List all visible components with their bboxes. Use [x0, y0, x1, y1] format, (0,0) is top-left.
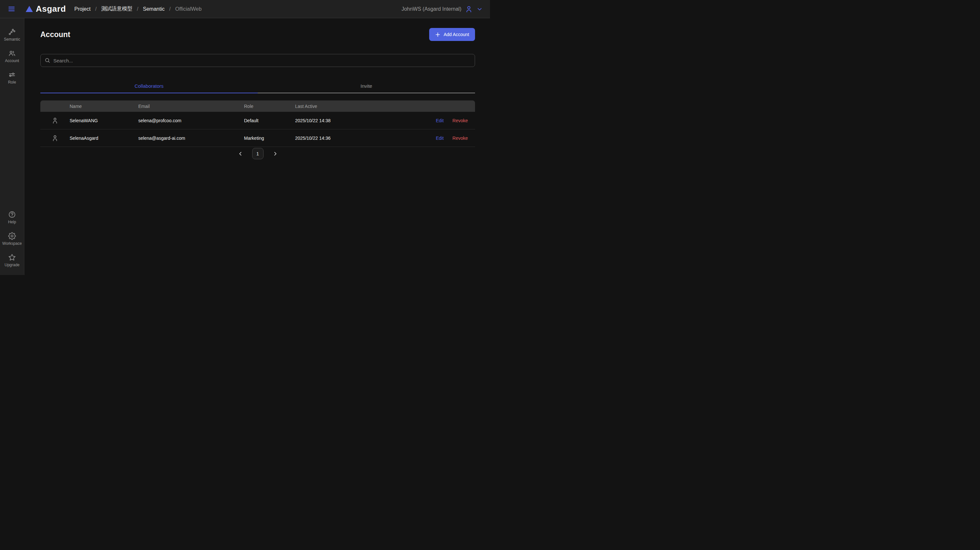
sidebar-top-group: Semantic Account Role: [0, 25, 24, 90]
app-root: Asgard Project / 測試語意模型 / Semantic / Off…: [0, 0, 490, 275]
column-header-name: Name: [70, 104, 138, 109]
edit-link[interactable]: Edit: [436, 118, 444, 123]
tabs: Collaborators Invite: [40, 80, 475, 93]
page-header: Account Add Account: [40, 28, 475, 41]
cell-role: Marketing: [244, 136, 295, 141]
table-row: SelenaWANG selena@profcoo.com Default 20…: [40, 112, 475, 129]
app-logo[interactable]: Asgard: [26, 4, 66, 14]
breadcrumb: Project / 測試語意模型 / Semantic / OfficialWe…: [75, 6, 202, 12]
breadcrumb-separator: /: [169, 6, 170, 12]
sidebar-item-label: Help: [8, 220, 16, 224]
sidebar-item-label: Workspace: [2, 241, 22, 246]
cell-last-active: 2025/10/22 14:38: [295, 118, 421, 123]
people-icon: [8, 49, 16, 57]
plus-icon: [435, 32, 441, 37]
main-content: Account Add Account Collaborators Invite…: [24, 18, 490, 275]
breadcrumb-item-model[interactable]: 測試語意模型: [101, 6, 132, 12]
breadcrumb-item-officialweb: OfficialWeb: [175, 6, 201, 12]
breadcrumb-item-semantic[interactable]: Semantic: [143, 6, 165, 12]
tab-invite[interactable]: Invite: [258, 80, 475, 93]
add-account-button[interactable]: Add Account: [429, 28, 475, 41]
breadcrumb-item-project[interactable]: Project: [75, 6, 91, 12]
user-avatar-icon: [40, 117, 70, 125]
cell-email: selena@asgard-ai.com: [138, 136, 244, 141]
logo-text: Asgard: [36, 4, 66, 14]
column-header-last-active: Last Active: [295, 104, 421, 109]
sidebar-item-workspace[interactable]: Workspace: [0, 230, 24, 248]
sidebar-item-label: Role: [8, 80, 16, 84]
table-row: SelenaAsgard selena@asgard-ai.com Market…: [40, 129, 475, 147]
chevron-right-icon[interactable]: [271, 150, 279, 158]
cell-actions: Edit Revoke: [421, 136, 475, 141]
sidebar-item-semantic[interactable]: Semantic: [0, 25, 24, 44]
sidebar-item-label: Semantic: [4, 37, 20, 41]
sidebar-item-label: Upgrade: [5, 263, 19, 267]
triangle-logo-icon: [26, 6, 33, 12]
sidebar-item-label: Account: [5, 59, 19, 63]
user-avatar-icon[interactable]: [465, 5, 473, 13]
hamburger-menu-icon[interactable]: [8, 5, 15, 13]
cell-actions: Edit Revoke: [421, 118, 475, 123]
sidebar-bottom-group: Help Workspace Upgrade: [0, 208, 24, 273]
graph-icon: [8, 28, 16, 36]
accounts-table: Name Email Role Last Active SelenaWANG s…: [40, 100, 475, 147]
cell-name: SelenaAsgard: [70, 136, 138, 141]
search-input[interactable]: [53, 58, 471, 63]
cell-email: selena@profcoo.com: [138, 118, 244, 123]
pagination: 1: [40, 148, 475, 159]
chevron-left-icon[interactable]: [237, 150, 244, 158]
revoke-link[interactable]: Revoke: [453, 136, 468, 141]
edit-link[interactable]: Edit: [436, 136, 444, 141]
sidebar-item-upgrade[interactable]: Upgrade: [0, 251, 24, 270]
sidebar-item-role[interactable]: Role: [0, 68, 24, 87]
column-header-email: Email: [138, 104, 244, 109]
page-number[interactable]: 1: [252, 148, 264, 159]
sidebar-item-account[interactable]: Account: [0, 47, 24, 66]
breadcrumb-separator: /: [95, 6, 96, 12]
tab-collaborators[interactable]: Collaborators: [40, 80, 258, 93]
sliders-icon: [8, 71, 16, 79]
cell-name: SelenaWANG: [70, 118, 138, 123]
topbar-user-area: JohnWS (Asgard Internal): [401, 5, 483, 13]
chevron-down-icon[interactable]: [476, 6, 483, 12]
table-header-row: Name Email Role Last Active: [40, 100, 475, 112]
sidebar-item-help[interactable]: Help: [0, 208, 24, 227]
page-title: Account: [40, 30, 70, 39]
cell-last-active: 2025/10/22 14:36: [295, 136, 421, 141]
topbar: Asgard Project / 測試語意模型 / Semantic / Off…: [0, 0, 490, 18]
add-account-button-label: Add Account: [444, 32, 469, 37]
sidebar: Semantic Account Role Help: [0, 18, 24, 275]
search-box[interactable]: [40, 54, 475, 67]
breadcrumb-separator: /: [137, 6, 138, 12]
revoke-link[interactable]: Revoke: [453, 118, 468, 123]
cell-role: Default: [244, 118, 295, 123]
star-icon: [8, 254, 16, 262]
help-circle-icon: [8, 211, 16, 219]
column-header-role: Role: [244, 104, 295, 109]
user-avatar-icon: [40, 134, 70, 142]
gear-icon: [8, 232, 16, 240]
user-label: JohnWS (Asgard Internal): [401, 6, 461, 12]
search-icon: [45, 57, 51, 63]
